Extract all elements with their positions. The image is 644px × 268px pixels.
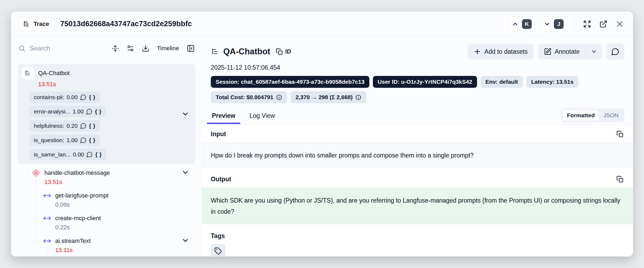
- score-chip[interactable]: is_question: 1.00 { }: [29, 135, 100, 146]
- copy-input-button[interactable]: [616, 130, 624, 138]
- topbar-actions: K J: [508, 16, 626, 32]
- span-latency-line: 13.11s: [16, 246, 197, 255]
- shortcut-key-j: J: [554, 19, 564, 29]
- trace-detail-panel: QA-Chatbot ID Add to datasets: [202, 36, 633, 256]
- panel-collapse-icon[interactable]: [187, 44, 195, 52]
- fold-vertical-icon[interactable]: [111, 45, 119, 52]
- list-tree-icon: [23, 20, 30, 28]
- info-icon[interactable]: [355, 94, 362, 100]
- span-icon: [43, 192, 51, 200]
- output-section-header: Output: [202, 168, 633, 188]
- format-option-json[interactable]: JSON: [599, 110, 623, 121]
- format-toggle: Formatted JSON: [561, 109, 624, 122]
- output-value-box: Which SDK are you using (Python or JS/TS…: [202, 188, 633, 224]
- preview-content: Input Hpw do I break my prompts down int…: [202, 125, 633, 256]
- tree-node-root-selected[interactable]: QA-Chatbot 13.51s contains-pii: 0.00 { }…: [18, 64, 195, 164]
- metadata-braces-icon: { }: [89, 123, 96, 129]
- open-in-new-tab-button[interactable]: [597, 18, 610, 30]
- latency-badge: Latency: 13.51s: [526, 76, 578, 88]
- tree-row-ai-streamtext[interactable]: ai.streamText: [16, 236, 197, 246]
- title-row: QA-Chatbot ID Add to datasets: [211, 43, 624, 60]
- tree-row-root[interactable]: QA-Chatbot: [22, 67, 191, 79]
- span-latency-line: 0.09s: [16, 200, 197, 209]
- score-name: error-analysi...: [34, 108, 70, 115]
- trace-tree: QA-Chatbot 13.51s contains-pii: 0.00 { }…: [11, 60, 202, 256]
- collapse-span-chevron[interactable]: [181, 236, 189, 244]
- token-usage-badge: 2,370 → 298 (Σ 2,668): [291, 91, 366, 103]
- input-heading: Input: [211, 130, 226, 138]
- tree-node-label: get-langfuse-prompt: [55, 192, 109, 199]
- score-name: is_same_lan...: [34, 151, 70, 158]
- format-option-formatted[interactable]: Formatted: [563, 110, 599, 121]
- search-icon: [18, 45, 26, 52]
- view-settings-icon[interactable]: [127, 45, 134, 52]
- score-chip[interactable]: helpfulness: 0.20 { }: [29, 120, 100, 132]
- score-name: contains-pii:: [34, 94, 64, 100]
- previous-trace-button[interactable]: K: [508, 16, 536, 32]
- metadata-braces-icon: { }: [95, 152, 102, 158]
- topbar-divider: [574, 17, 574, 31]
- add-to-datasets-button[interactable]: Add to datasets: [468, 44, 534, 59]
- score-name: is_question:: [34, 137, 64, 143]
- trace-badges: Session: chat_60587aef-6baa-4973-a73c-b9…: [211, 76, 624, 103]
- metadata-braces-icon: { }: [95, 109, 101, 115]
- timeline-toggle[interactable]: Timeline: [157, 45, 179, 52]
- tree-row-handle-chatbot-message[interactable]: handle-chatbot-message: [16, 168, 197, 177]
- total-cost-badge: Total Cost: $0.004791: [211, 91, 287, 103]
- comment-bubble-icon: [86, 108, 93, 115]
- span-latency: 0.09s: [55, 201, 70, 208]
- chevron-up-icon: [512, 21, 519, 28]
- span-latency-line: 13.51s: [16, 177, 197, 187]
- tab-log-view[interactable]: Log View: [248, 109, 276, 124]
- score-value: 0.00: [73, 151, 84, 158]
- external-link-icon: [599, 20, 607, 28]
- copy-icon: [616, 176, 624, 183]
- comment-bubble-icon: [80, 94, 87, 100]
- shortcut-key-k: K: [522, 19, 532, 29]
- chevron-down-icon: [591, 48, 597, 55]
- expand-button[interactable]: [581, 18, 593, 30]
- session-badge[interactable]: Session: chat_60587aef-6baa-4973-a73c-b9…: [211, 76, 369, 88]
- header-actions: Add to datasets Annotate: [468, 43, 624, 60]
- collapse-span-chevron[interactable]: [181, 168, 189, 176]
- score-chip[interactable]: contains-pii: 0.00 { }: [29, 92, 100, 103]
- generation-icon: [32, 169, 40, 177]
- tree-toolbar: Timeline: [11, 36, 202, 60]
- tree-row-create-mcp-client[interactable]: create-mcp-client: [16, 214, 197, 223]
- score-chip[interactable]: error-analysi... 1.00 { }: [29, 106, 106, 117]
- close-button[interactable]: [613, 18, 626, 30]
- add-tag-button[interactable]: [211, 244, 225, 256]
- total-cost-text: Total Cost: $0.004791: [216, 94, 273, 100]
- tree-row-get-langfuse-prompt[interactable]: get-langfuse-prompt: [16, 191, 197, 200]
- tree-node-label: QA-Chatbot: [38, 70, 70, 77]
- dialog-topbar: Trace 75013d62668a43747ac73cd2e259bbfc K…: [11, 12, 633, 36]
- copy-icon: [276, 48, 283, 55]
- root-latency: 13.51s: [38, 81, 191, 88]
- comment-bubble-icon: [80, 123, 87, 129]
- annotate-dropdown-button[interactable]: [586, 44, 602, 59]
- score-value: 1.00: [67, 137, 78, 143]
- copy-id-button[interactable]: ID: [276, 48, 291, 55]
- page-title: QA-Chatbot: [223, 47, 270, 56]
- info-icon[interactable]: [276, 94, 282, 100]
- copy-output-button[interactable]: [616, 175, 624, 183]
- next-trace-button[interactable]: J: [540, 16, 568, 32]
- score-name: helpfulness:: [34, 123, 64, 129]
- tab-preview[interactable]: Preview: [211, 109, 236, 124]
- span-latency: 13.51s: [44, 179, 62, 186]
- search-input[interactable]: [29, 45, 89, 52]
- user-id-badge[interactable]: User ID: u-O1rJy-YrtNCP4i7q3kS42: [373, 76, 477, 88]
- score-chip[interactable]: is_same_lan... 0.00 { }: [29, 149, 106, 160]
- score-chips: contains-pii: 0.00 { } error-analysi... …: [29, 92, 191, 160]
- collapse-root-chevron[interactable]: [181, 110, 189, 118]
- id-label: ID: [285, 48, 291, 55]
- metadata-braces-icon: { }: [89, 137, 96, 143]
- comments-button[interactable]: [606, 43, 624, 60]
- tree-children: handle-chatbot-message 13.51s: [16, 168, 197, 256]
- output-heading: Output: [211, 176, 231, 183]
- trace-detail-header: QA-Chatbot ID Add to datasets: [202, 36, 633, 103]
- tree-guide-line: [35, 180, 36, 241]
- annotate-button[interactable]: Annotate: [538, 44, 586, 59]
- download-icon[interactable]: [142, 45, 149, 52]
- span-latency-line: 0.22s: [16, 223, 197, 232]
